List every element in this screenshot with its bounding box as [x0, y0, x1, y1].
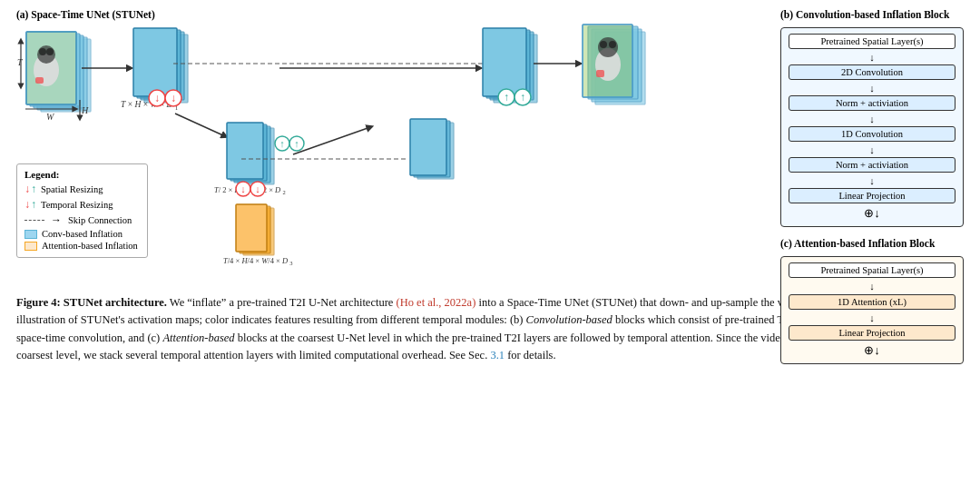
panel-b-title: (b) Convolution-based Inflation Block — [780, 9, 964, 20]
svg-point-8 — [37, 45, 55, 64]
plus-b: ⊕↓ — [789, 206, 956, 221]
svg-text:W: W — [46, 112, 55, 122]
svg-text:↓: ↓ — [171, 92, 176, 104]
svg-text:↓: ↓ — [154, 92, 160, 104]
panel-c-title: (c) Attention-based Inflation Block — [780, 238, 964, 249]
arrow-b2: ↓ — [789, 83, 956, 94]
svg-text:H: H — [81, 105, 89, 115]
down-arrow-red2: ↓ — [24, 198, 30, 212]
right-panels: (b) Convolution-based Inflation Block Pr… — [773, 9, 964, 291]
svg-rect-33 — [227, 123, 263, 179]
arrow-b4: ↓ — [789, 144, 956, 155]
norm-act-box1: Norm + activiation — [789, 95, 956, 111]
attn-label: Attention-based Inflation — [42, 241, 138, 251]
up-arrow-green2: ↑ — [31, 198, 36, 212]
legend-row-skip: → Skip Connection — [24, 213, 140, 227]
spatial-icon: ↓ ↑ — [24, 183, 36, 196]
linear-proj-box-c: Linear Projection — [789, 325, 956, 341]
arrow-b1: ↓ — [789, 52, 956, 63]
linear-proj-box-b: Linear Projection — [789, 188, 956, 203]
legend-row-attn: Attention-based Inflation — [24, 241, 140, 251]
svg-point-67 — [609, 41, 616, 48]
conv-label: Conv-based Inflation — [42, 229, 122, 239]
arrow-icon: → — [51, 213, 62, 227]
legend-row-temporal: ↓ ↑ Temporal Resizing — [24, 198, 140, 212]
legend-box: Legend: ↓ ↑ Spatial Resizing ↓ ↑ Tempora… — [16, 163, 148, 258]
skip-icon — [24, 220, 44, 221]
conv-icon — [24, 230, 37, 239]
input-stack — [26, 32, 91, 112]
down-arrow-red: ↓ — [24, 183, 30, 196]
conv-2d-box: 2D Convolution — [789, 64, 956, 80]
conv-1d-box: 1D Convolution — [789, 126, 956, 142]
conv-inflation-block: Pretrained Spatial Layer(s) ↓ 2D Convolu… — [780, 27, 964, 227]
arrow-b5: ↓ — [789, 175, 956, 186]
svg-point-10 — [46, 48, 54, 55]
attn-1d-box: 1D Attention (xL) — [789, 294, 956, 310]
svg-rect-41 — [236, 204, 267, 252]
legend-row-spatial: ↓ ↑ Spatial Resizing — [24, 183, 140, 196]
svg-text:↑: ↑ — [294, 138, 299, 149]
svg-line-28 — [175, 114, 225, 136]
arrow-c2: ↓ — [789, 312, 956, 323]
italic-attn: Attention-based — [162, 332, 234, 344]
legend-title: Legend: — [24, 169, 140, 180]
skip-label: Skip Connection — [68, 215, 132, 225]
caption-bold-part: STUNet architecture. — [64, 296, 167, 309]
temporal-label: Temporal Resizing — [41, 200, 113, 210]
up-arrow-green: ↑ — [31, 183, 36, 196]
svg-point-66 — [600, 41, 607, 48]
pretrained-box-b: Pretrained Spatial Layer(s) — [789, 34, 956, 49]
svg-text:T: T — [17, 57, 24, 67]
attn-icon — [24, 242, 37, 251]
arrow-b3: ↓ — [789, 114, 956, 124]
caption-text5: for details. — [507, 349, 555, 361]
svg-rect-11 — [35, 77, 44, 84]
temporal-icon: ↓ ↑ — [24, 198, 36, 212]
svg-rect-53 — [483, 28, 526, 96]
svg-point-9 — [39, 48, 46, 55]
svg-text:↓: ↓ — [240, 183, 246, 194]
legend-row-conv: Conv-based Inflation — [24, 229, 140, 239]
italic-conv: Convolution-based — [526, 313, 612, 326]
svg-text:T/4 × 
          H/4 × 
      : T/4 × H/4 × W/4 × D 3 — [223, 256, 292, 266]
pretrained-box-c: Pretrained Spatial Layer(s) — [789, 262, 956, 278]
svg-text:↑: ↑ — [520, 91, 525, 104]
sec-link[interactable]: 3.1 — [490, 349, 505, 361]
svg-rect-71 — [410, 119, 446, 175]
svg-text:↑: ↑ — [504, 91, 509, 104]
caption-label: Figure 4: — [16, 296, 61, 309]
svg-line-47 — [293, 127, 370, 154]
svg-text:↓: ↓ — [255, 183, 260, 194]
spatial-label: Spatial Resizing — [41, 184, 103, 194]
stunet-diagram: (a) Space-Time UNet (STUNet) — [16, 9, 773, 291]
svg-point-65 — [598, 37, 618, 57]
svg-rect-22 — [133, 28, 177, 96]
arrow-c1: ↓ — [789, 281, 956, 292]
svg-rect-68 — [596, 70, 604, 77]
norm-act-box2: Norm + activiation — [789, 157, 956, 173]
plus-c: ⊕↓ — [789, 343, 956, 358]
main-container: (a) Space-Time UNet (STUNet) — [0, 0, 980, 485]
citation-link[interactable]: (Ho et al., 2022a) — [397, 296, 476, 309]
attn-inflation-block: Pretrained Spatial Layer(s) ↓ 1D Attenti… — [780, 256, 964, 363]
caption-text1: We “inflate” a pre-trained T2I U-Net arc… — [170, 296, 397, 309]
diagram-area: (a) Space-Time UNet (STUNet) — [16, 9, 964, 291]
svg-text:↑: ↑ — [279, 138, 285, 149]
